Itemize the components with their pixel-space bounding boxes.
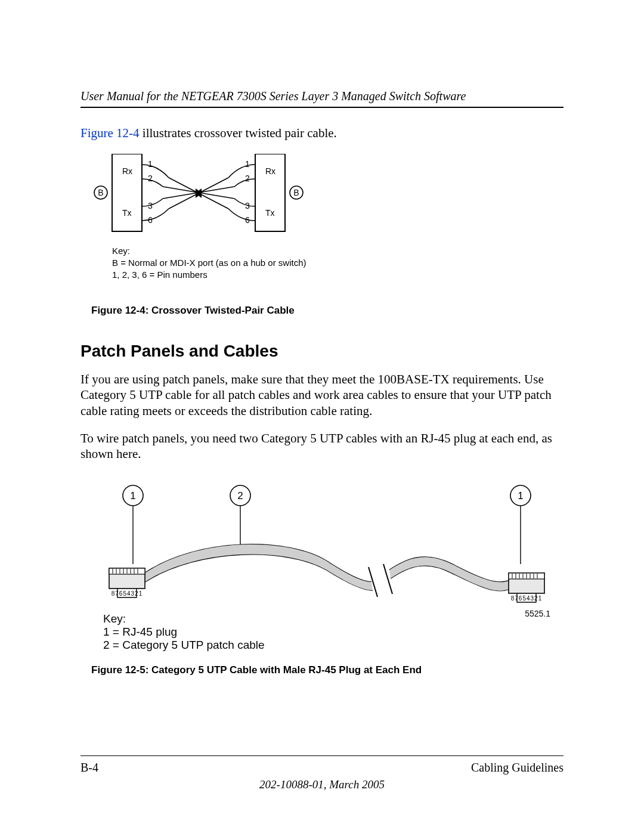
plug-left-pins: 87654321 xyxy=(112,590,143,597)
pin-left-3: 3 xyxy=(148,201,153,210)
right-b-badge: B xyxy=(293,188,299,197)
section-heading: Patch Panels and Cables xyxy=(80,342,564,361)
pin-left-2: 2 xyxy=(148,174,153,183)
section-name: Cabling Guidelines xyxy=(471,761,564,775)
svg-rect-1 xyxy=(255,154,285,231)
patch-cable-diagram: 1 2 1 xyxy=(91,481,562,654)
right-tx-label: Tx xyxy=(265,208,275,218)
header-rule xyxy=(80,107,564,108)
page-number: B-4 xyxy=(80,761,98,775)
intro-line: Figure 12-4 illustrates crossover twiste… xyxy=(80,126,564,141)
plug-right-pins: 87654321 xyxy=(511,595,543,602)
running-header: User Manual for the NETGEAR 7300S Series… xyxy=(80,89,564,103)
manual-page: User Manual for the NETGEAR 7300S Series… xyxy=(0,0,644,833)
figure-12-4: 1 2 3 6 1 2 3 6 Rx Tx Rx Tx B B Key: B =… xyxy=(91,154,564,317)
rj45-plug-right: 87654321 xyxy=(509,573,544,602)
pin-right-2: 2 xyxy=(245,174,250,183)
figure-12-5: 1 2 1 xyxy=(91,481,564,676)
callout-1-left: 1 xyxy=(130,490,135,501)
footer-rule xyxy=(80,755,564,756)
left-b-badge: B xyxy=(98,188,103,197)
callout-1-right: 1 xyxy=(518,490,523,501)
fig1-key-line2: 1, 2, 3, 6 = Pin numbers xyxy=(112,270,208,280)
fig2-key-line1: 1 = RJ-45 plug xyxy=(103,625,177,638)
art-number: 5525.1 xyxy=(525,609,550,618)
crossover-diagram: 1 2 3 6 1 2 3 6 Rx Tx Rx Tx B B Key: B =… xyxy=(91,154,312,294)
pin-left-6: 6 xyxy=(148,215,153,225)
intro-text: illustrates crossover twisted pair cable… xyxy=(140,126,337,140)
right-rx-label: Rx xyxy=(265,166,275,176)
left-tx-label: Tx xyxy=(122,208,132,218)
pin-right-6: 6 xyxy=(245,215,250,225)
rj45-plug-left: 87654321 xyxy=(109,568,145,597)
left-rx-label: Rx xyxy=(122,166,132,176)
svg-rect-0 xyxy=(112,154,142,231)
fig1-key-line1: B = Normal or MDI-X port (as on a hub or… xyxy=(112,258,306,268)
pin-right-3: 3 xyxy=(245,201,250,210)
doc-id: 202-10088-01, March 2005 xyxy=(80,778,564,791)
section-para-1: If you are using patch panels, make sure… xyxy=(80,371,564,419)
figure-12-4-caption: Figure 12-4: Crossover Twisted-Pair Cabl… xyxy=(91,305,564,317)
fig2-key-title: Key: xyxy=(103,612,126,625)
section-para-2: To wire patch panels, you need two Categ… xyxy=(80,431,564,462)
figure-12-5-caption: Figure 12-5: Category 5 UTP Cable with M… xyxy=(91,664,564,676)
pin-left-1: 1 xyxy=(148,159,153,169)
pin-right-1: 1 xyxy=(245,159,250,169)
figure-ref-link[interactable]: Figure 12-4 xyxy=(80,126,140,140)
callout-2: 2 xyxy=(237,490,243,501)
fig2-key-line2: 2 = Category 5 UTP patch cable xyxy=(103,639,265,651)
fig1-key-title: Key: xyxy=(112,246,130,256)
page-footer: B-4 Cabling Guidelines 202-10088-01, Mar… xyxy=(80,755,564,791)
